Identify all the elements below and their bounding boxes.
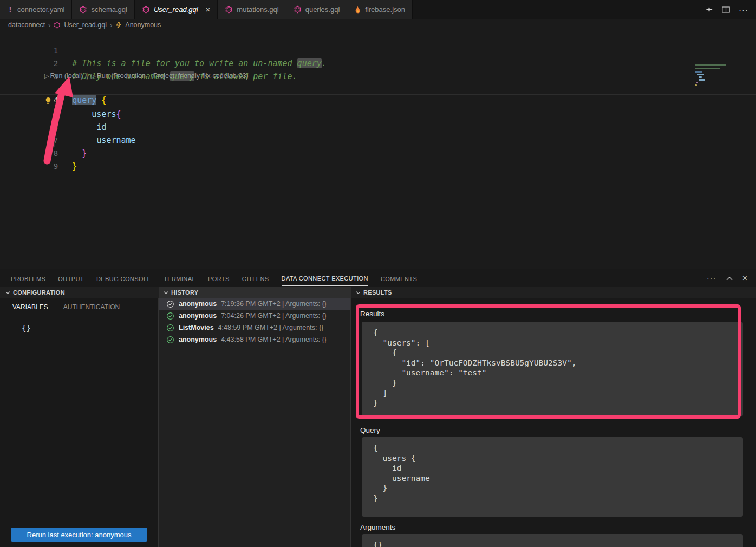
breadcrumb-folder[interactable]: dataconnect xyxy=(8,21,45,29)
yaml-icon: ! xyxy=(7,5,14,14)
history-panel: anonymous 7:19:36 PM GMT+2 | Arguments: … xyxy=(159,298,351,547)
tab-user-read-gql[interactable]: User_read.gql × xyxy=(135,0,218,19)
firebase-flame-icon xyxy=(354,5,361,14)
history-item-name: ListMovies xyxy=(179,324,214,331)
panel-body: VARIABLES AUTHENTICATION {} Rerun last e… xyxy=(0,298,756,547)
panel-tab-problems[interactable]: PROBLEMS xyxy=(11,271,45,286)
split-editor-icon[interactable] xyxy=(722,6,730,14)
code-line-2: 2# This is a file for you to write an un… xyxy=(0,44,756,57)
graphql-icon xyxy=(54,22,61,29)
tab-authentication[interactable]: AUTHENTICATION xyxy=(63,303,120,315)
run-production-link[interactable]: ▷Run (Production – Project: friendly-fli… xyxy=(91,72,248,80)
tab-queries-gql[interactable]: queries.gql xyxy=(286,0,348,19)
query-keyword: query xyxy=(72,95,96,105)
check-circle-icon xyxy=(166,336,174,344)
vscode-window: ! connector.yaml schema.gql User_read.gq… xyxy=(0,0,756,547)
panel-tab-terminal[interactable]: TERMINAL xyxy=(164,271,195,286)
editor[interactable]: 1 2# This is a file for you to write an … xyxy=(0,31,756,269)
minimap[interactable] xyxy=(694,62,737,95)
results-panel: Results { "users": [ { "id": "OrTucFODZH… xyxy=(351,298,756,547)
line-number: 4 xyxy=(29,94,58,106)
breadcrumb-symbol[interactable]: Anonymous xyxy=(125,21,161,29)
copilot-sparkle-icon[interactable] xyxy=(705,5,713,14)
lightbulb-icon[interactable] xyxy=(44,97,52,105)
tab-firebase-json[interactable]: firebase.json xyxy=(347,0,413,19)
chevron-down-icon xyxy=(164,291,168,295)
tab-variables[interactable]: VARIABLES xyxy=(12,303,48,315)
editor-tab-bar: ! connector.yaml schema.gql User_read.gq… xyxy=(0,0,756,19)
run-local-link[interactable]: ▷Run (local) xyxy=(44,72,83,80)
bottom-panel: PROBLEMS OUTPUT DEBUG CONSOLE TERMINAL P… xyxy=(0,269,756,547)
check-circle-icon xyxy=(166,300,174,308)
panel-tab-output[interactable]: OUTPUT xyxy=(58,271,84,286)
tab-label: queries.gql xyxy=(305,5,340,14)
check-circle-icon xyxy=(166,312,174,320)
tab-mutations-gql[interactable]: mutations.gql xyxy=(218,0,286,19)
code-text: id xyxy=(72,122,106,132)
arguments-label: Arguments xyxy=(360,523,395,531)
rerun-last-execution-button[interactable]: Rerun last execution: anonymous xyxy=(11,528,147,542)
history-item[interactable]: anonymous 7:04:26 PM GMT+2 | Arguments: … xyxy=(159,310,350,322)
line-number: 1 xyxy=(29,44,58,57)
arguments-box[interactable]: {} xyxy=(362,534,743,547)
results-section-header[interactable]: RESULTS xyxy=(351,287,756,298)
query-box[interactable]: { users { id username } } xyxy=(362,437,743,517)
more-actions-icon[interactable]: ··· xyxy=(739,5,748,14)
panel-tab-debug-console[interactable]: DEBUG CONSOLE xyxy=(96,271,151,286)
panel-tab-bar: PROBLEMS OUTPUT DEBUG CONSOLE TERMINAL P… xyxy=(0,269,756,287)
indent-guide xyxy=(54,108,55,147)
configuration-panel: VARIABLES AUTHENTICATION {} Rerun last e… xyxy=(0,298,159,547)
arguments-text: {} xyxy=(362,534,743,547)
code-text: users{ xyxy=(72,109,121,119)
check-circle-icon xyxy=(166,324,174,332)
tab-label: mutations.gql xyxy=(237,5,278,14)
tab-schema-gql[interactable]: schema.gql xyxy=(72,0,134,19)
maximize-panel-icon[interactable] xyxy=(726,276,733,281)
tab-label: schema.gql xyxy=(91,5,127,14)
close-panel-icon[interactable]: × xyxy=(742,274,747,283)
code-text: username xyxy=(72,135,135,145)
panel-tab-gitlens[interactable]: GITLENS xyxy=(242,271,269,286)
graphql-icon xyxy=(79,5,87,14)
history-item-detail: 7:19:36 PM GMT+2 | Arguments: {} xyxy=(221,300,327,308)
code-line-4-current: 4query { xyxy=(0,82,756,95)
tab-bar-empty-space xyxy=(413,0,698,19)
history-item[interactable]: anonymous 4:43:58 PM GMT+2 | Arguments: … xyxy=(159,334,350,346)
tab-connector-yaml[interactable]: ! connector.yaml xyxy=(0,0,72,19)
query-text: { users { id username } } xyxy=(362,437,743,504)
graphql-icon xyxy=(142,5,150,14)
panel-tab-ports[interactable]: PORTS xyxy=(208,271,230,286)
history-item[interactable]: ListMovies 4:48:59 PM GMT+2 | Arguments:… xyxy=(159,322,350,334)
tab-label: User_read.gql xyxy=(154,5,198,14)
chevron-right-icon: › xyxy=(110,21,112,29)
tab-label: connector.yaml xyxy=(17,5,64,14)
configuration-section-header[interactable]: CONFIGURATION xyxy=(0,287,159,298)
code-text: } xyxy=(72,148,87,158)
codelens-separator: | xyxy=(86,72,88,80)
line-number: 2 xyxy=(29,57,58,70)
breadcrumb-file[interactable]: User_read.gql xyxy=(64,21,107,29)
variables-value[interactable]: {} xyxy=(22,324,31,333)
play-icon: ▷ xyxy=(91,73,95,79)
history-item-name: anonymous xyxy=(179,336,217,343)
results-json-box[interactable]: { "users": [ { "id": "OrTucFODZHTksvBSBU… xyxy=(362,322,743,416)
query-label: Query xyxy=(360,426,380,434)
results-label: Results xyxy=(360,310,384,318)
history-item-detail: 7:04:26 PM GMT+2 | Arguments: {} xyxy=(221,312,327,320)
more-actions-icon[interactable]: ··· xyxy=(707,274,716,283)
history-item[interactable]: anonymous 7:19:36 PM GMT+2 | Arguments: … xyxy=(159,298,350,310)
panel-tab-comments[interactable]: COMMENTS xyxy=(381,271,417,286)
code-text: query { xyxy=(72,95,106,105)
panel-tab-data-connect-execution[interactable]: DATA CONNECT EXECUTION xyxy=(282,270,368,286)
panel-actions: ··· × xyxy=(707,274,756,283)
tab-label: firebase.json xyxy=(365,5,405,14)
line-number: 8 xyxy=(29,147,58,160)
chevron-right-icon: › xyxy=(48,21,50,29)
breadcrumb: dataconnect › User_read.gql › Anonymous xyxy=(0,19,756,31)
results-json: { "users": [ { "id": "OrTucFODZHTksvBSBU… xyxy=(362,322,743,408)
close-tab-icon[interactable]: × xyxy=(206,5,211,14)
comment-text: # This is a file for you to write an un-… xyxy=(72,58,327,68)
code-line-9: 9} xyxy=(0,147,756,160)
history-section-header[interactable]: HISTORY xyxy=(159,287,351,298)
editor-actions: ··· xyxy=(698,0,756,19)
